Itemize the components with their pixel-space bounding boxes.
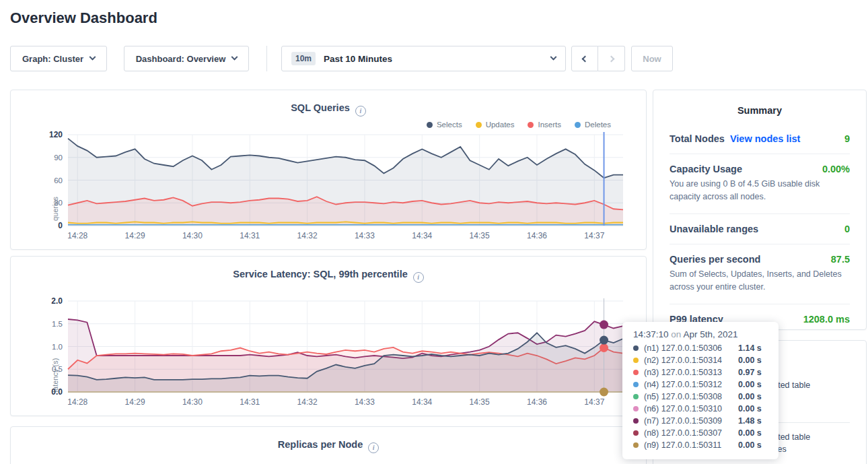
legend-dot-icon <box>476 122 482 128</box>
tooltip-node-value: 0.00 s <box>738 428 769 438</box>
svg-text:14:31: 14:31 <box>240 231 260 240</box>
summary-value: 0 <box>844 224 850 234</box>
tooltip-node-label: (n7) 127.0.0.1:50309 <box>644 416 733 426</box>
svg-text:1.0: 1.0 <box>52 343 63 351</box>
chevron-down-icon <box>550 53 557 60</box>
svg-text:14:36: 14:36 <box>527 231 547 240</box>
legend-dot-icon <box>427 122 433 128</box>
sql-queries-chart[interactable]: 030609012014:2814:2914:3014:3114:3214:33… <box>31 129 640 245</box>
overview-dashboard-page: Overview Dashboard Graph: Cluster Dashbo… <box>0 0 868 464</box>
legend-item[interactable]: Selects <box>427 121 462 129</box>
graph-dropdown[interactable]: Graph: Cluster <box>10 46 107 71</box>
tooltip-row: (n4) 127.0.0.1:503120.00 s <box>633 378 769 391</box>
svg-text:120: 120 <box>49 130 63 139</box>
replicas-per-node-panel: Replicas per Nodei <box>10 426 647 464</box>
time-range-dropdown[interactable]: 10m Past 10 Minutes <box>281 46 566 71</box>
chart-title: Service Latency: SQL, 99th percentilei <box>11 269 646 283</box>
info-icon[interactable]: i <box>368 442 379 453</box>
chart-legend: SelectsUpdatesInsertsDeletes <box>427 121 611 129</box>
tooltip-node-value: 0.00 s <box>738 380 769 389</box>
tooltip-node-label: (n1) 127.0.0.1:50306 <box>644 343 733 353</box>
summary-row-p99-latency: P99 latency 1208.0 ms <box>670 304 850 325</box>
summary-row-capacity-usage: Capacity Usage 0.00% <box>670 154 850 174</box>
svg-text:14:30: 14:30 <box>182 397 203 407</box>
summary-panel: Summary Total Nodes View nodes list 9 Ca… <box>653 90 867 330</box>
legend-item[interactable]: Deletes <box>575 121 611 129</box>
info-icon[interactable]: i <box>355 106 366 117</box>
chart-title-text: Replicas per Node <box>278 439 363 450</box>
tooltip-time: 14:37:10 <box>633 329 669 339</box>
svg-text:14:37: 14:37 <box>584 231 604 240</box>
node-color-dot-icon <box>633 345 639 351</box>
summary-row-total-nodes: Total Nodes View nodes list 9 <box>670 124 850 144</box>
svg-text:14:33: 14:33 <box>355 231 375 240</box>
svg-text:0.5: 0.5 <box>52 365 63 373</box>
tooltip-node-label: (n2) 127.0.0.1:50314 <box>644 356 733 365</box>
node-color-dot-icon <box>633 370 639 375</box>
view-nodes-list-link[interactable]: View nodes list <box>730 133 801 144</box>
time-next-button[interactable] <box>598 46 625 71</box>
now-button[interactable]: Now <box>631 46 673 71</box>
svg-text:14:32: 14:32 <box>297 231 318 240</box>
summary-value: 1208.0 ms <box>803 314 850 325</box>
dashboard-dropdown-label: Dashboard: Overview <box>136 54 226 64</box>
chart-title-text: Service Latency: SQL, 99th percentile <box>233 269 408 279</box>
tooltip-row: (n1) 127.0.0.1:503061.14 s <box>633 342 769 354</box>
summary-value: 0.00% <box>822 164 850 174</box>
toolbar-divider <box>266 46 267 71</box>
node-color-dot-icon <box>633 418 639 424</box>
summary-description: Sum of Selects, Updates, Inserts, and De… <box>670 265 850 294</box>
svg-text:14:37: 14:37 <box>584 397 604 407</box>
svg-text:0: 0 <box>58 221 63 230</box>
summary-value: 9 <box>844 133 850 144</box>
summary-row-queries-per-second: Queries per second 87.5 <box>670 244 850 265</box>
node-color-dot-icon <box>633 442 639 448</box>
tooltip-row: (n2) 127.0.0.1:503140.00 s <box>633 354 769 366</box>
legend-label: Inserts <box>538 121 561 129</box>
svg-text:90: 90 <box>54 154 63 162</box>
chart-title: SQL Queriesi <box>11 102 646 117</box>
summary-label: Capacity Usage <box>670 164 742 174</box>
svg-text:60: 60 <box>54 176 63 185</box>
chevron-down-icon <box>89 53 96 60</box>
time-range-badge: 10m <box>291 52 316 65</box>
legend-item[interactable]: Inserts <box>528 121 561 129</box>
chevron-left-icon <box>581 55 588 62</box>
svg-text:14:36: 14:36 <box>527 397 547 407</box>
svg-text:14:34: 14:34 <box>412 231 432 240</box>
svg-text:30: 30 <box>54 199 63 207</box>
tooltip-row: (n5) 127.0.0.1:503080.00 s <box>633 391 769 403</box>
svg-text:0.0: 0.0 <box>51 387 63 397</box>
tooltip-node-value: 0.00 s <box>738 392 769 401</box>
info-icon[interactable]: i <box>413 272 424 283</box>
legend-label: Deletes <box>585 121 611 129</box>
svg-text:1.5: 1.5 <box>52 320 63 328</box>
svg-text:2.0: 2.0 <box>51 296 63 306</box>
tooltip-node-label: (n8) 127.0.0.1:50307 <box>644 428 733 438</box>
svg-text:14:28: 14:28 <box>67 397 87 407</box>
dashboard-dropdown[interactable]: Dashboard: Overview <box>124 46 249 71</box>
service-latency-chart[interactable]: 0.00.51.01.52.014:2814:2914:3014:3114:32… <box>31 296 640 411</box>
node-color-dot-icon <box>633 430 639 436</box>
legend-item[interactable]: Updates <box>476 121 515 129</box>
chevron-right-icon <box>608 55 615 62</box>
sql-queries-panel: SQL Queriesi SelectsUpdatesInsertsDelete… <box>10 90 647 250</box>
summary-value: 87.5 <box>831 254 850 265</box>
toolbar: Graph: Cluster Dashboard: Overview 10m P… <box>0 46 868 71</box>
tooltip-node-value: 0.00 s <box>738 356 769 365</box>
summary-label: Unavailable ranges <box>670 224 758 234</box>
tooltip-node-label: (n4) 127.0.0.1:50312 <box>644 380 733 389</box>
time-range-label: Past 10 Minutes <box>324 54 543 64</box>
legend-dot-icon <box>528 122 534 128</box>
summary-row-unavailable-ranges: Unavailable ranges 0 <box>670 214 850 234</box>
tooltip-row: (n6) 127.0.0.1:503100.00 s <box>633 403 769 415</box>
svg-text:14:28: 14:28 <box>67 231 87 240</box>
chart-title: Replicas per Nodei <box>11 439 646 453</box>
tooltip-row: (n7) 127.0.0.1:503091.48 s <box>633 415 769 427</box>
tooltip-node-label: (n6) 127.0.0.1:50310 <box>644 404 733 413</box>
tooltip-row: (n3) 127.0.0.1:503130.97 s <box>633 366 769 378</box>
tooltip-node-label: (n5) 127.0.0.1:50308 <box>644 392 733 401</box>
time-prev-button[interactable] <box>571 46 598 71</box>
node-color-dot-icon <box>633 358 639 363</box>
tooltip-node-value: 1.14 s <box>738 343 769 353</box>
